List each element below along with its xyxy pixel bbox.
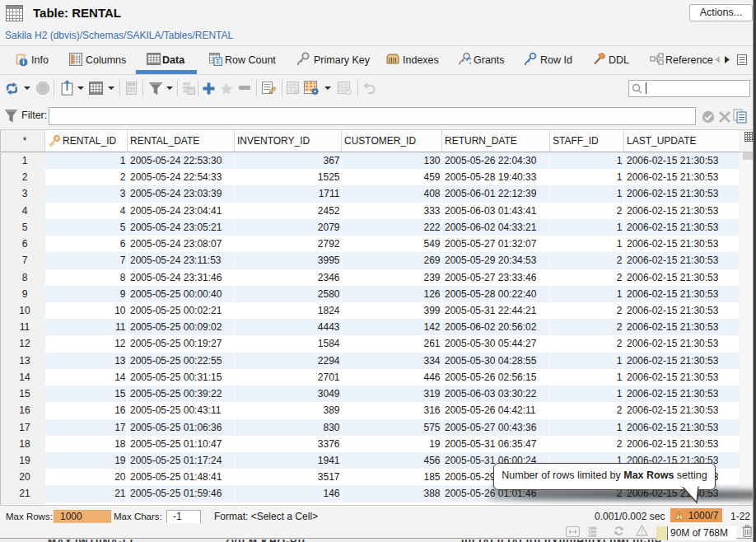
- svg-text:Σ: Σ: [216, 58, 220, 65]
